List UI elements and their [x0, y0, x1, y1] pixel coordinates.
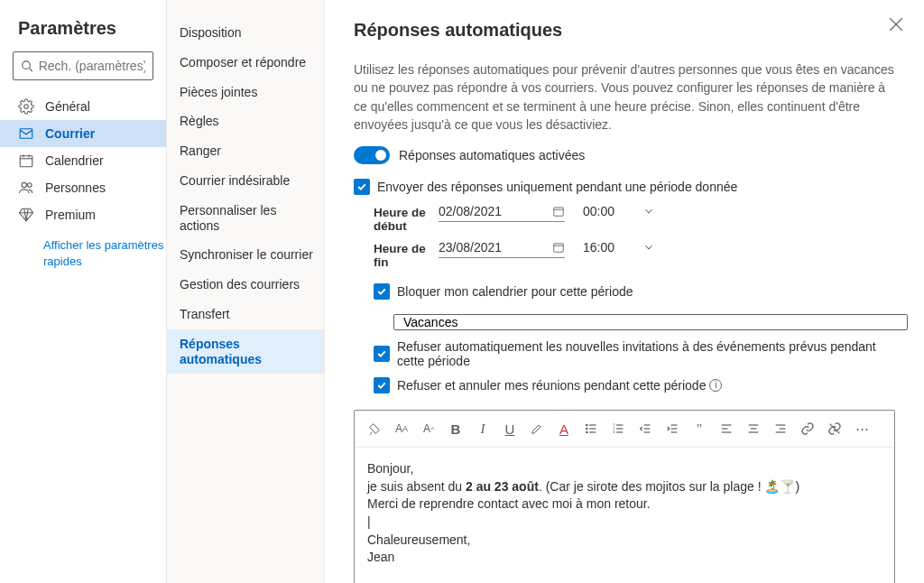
- nav-mail[interactable]: Courrier: [0, 120, 166, 147]
- bullet-list-button[interactable]: [578, 416, 604, 441]
- settings-search-input[interactable]: [39, 59, 145, 73]
- svg-line-43: [830, 424, 840, 434]
- nav-general[interactable]: Général: [0, 93, 166, 120]
- decline-new-invites-checkbox[interactable]: [374, 346, 390, 362]
- insert-link-button[interactable]: [795, 416, 820, 441]
- mail-settings-subnav: Disposition Composer et répondre Pièces …: [167, 0, 325, 583]
- svg-point-17: [587, 429, 587, 430]
- nav-mail-label: Courrier: [45, 126, 95, 141]
- sub-automatic-replies[interactable]: Réponses automatiques: [167, 329, 324, 375]
- svg-point-18: [587, 432, 587, 433]
- chevron-down-icon: [642, 241, 655, 254]
- sub-sync[interactable]: Synchroniser le courrier: [167, 240, 324, 270]
- more-options-button[interactable]: ⋯: [849, 416, 874, 441]
- sub-attachments[interactable]: Pièces jointes: [167, 78, 324, 107]
- svg-text:3: 3: [613, 430, 615, 435]
- svg-line-1: [29, 69, 32, 71]
- reply-editor: AA A^ B I U A 123 " ⋯ Bonjour, je suis a…: [354, 410, 895, 583]
- svg-point-0: [23, 61, 31, 69]
- remove-link-button[interactable]: [822, 416, 847, 441]
- settings-search[interactable]: [13, 51, 153, 80]
- svg-rect-14: [554, 244, 564, 252]
- sub-junk[interactable]: Courrier indésirable: [167, 166, 324, 196]
- nav-calendar[interactable]: Calendrier: [0, 147, 166, 174]
- calendar-icon: [552, 241, 565, 254]
- sub-layout[interactable]: Disposition: [167, 18, 324, 48]
- people-icon: [18, 180, 34, 196]
- start-time-value: 00:00: [583, 204, 614, 218]
- svg-point-8: [22, 182, 26, 187]
- link-icon: [800, 421, 815, 436]
- editor-line: Bonjour,: [367, 460, 882, 478]
- format-painter-button[interactable]: [362, 416, 387, 441]
- increase-indent-button[interactable]: [660, 416, 685, 441]
- format-painter-icon: [367, 421, 382, 436]
- align-center-button[interactable]: [741, 416, 766, 441]
- italic-button[interactable]: I: [470, 416, 495, 441]
- start-date-field[interactable]: 02/08/2021: [439, 204, 565, 222]
- bold-button[interactable]: B: [443, 416, 468, 441]
- send-during-period-checkbox[interactable]: [354, 179, 370, 195]
- close-button[interactable]: [888, 16, 904, 32]
- number-list-button[interactable]: 123: [605, 416, 631, 441]
- sub-forwarding[interactable]: Transfert: [167, 300, 324, 329]
- outdent-icon: [638, 421, 652, 436]
- number-list-icon: 123: [611, 421, 625, 436]
- highlight-button[interactable]: [524, 416, 550, 441]
- editor-toolbar: AA A^ B I U A 123 " ⋯: [355, 411, 894, 448]
- start-time-field[interactable]: 00:00: [583, 204, 655, 218]
- align-left-button[interactable]: [714, 416, 739, 441]
- cancel-meetings-label: Refuser et annuler mes réunions pendant …: [397, 378, 706, 393]
- svg-rect-4: [20, 156, 32, 167]
- auto-replies-toggle[interactable]: [354, 146, 390, 164]
- sub-rules[interactable]: Règles: [167, 106, 324, 136]
- nav-people[interactable]: Personnes: [0, 174, 166, 201]
- check-icon: [376, 286, 387, 297]
- sub-customize-actions[interactable]: Personnaliser les actions: [167, 196, 324, 241]
- decrease-indent-button[interactable]: [633, 416, 658, 441]
- show-quick-settings-link[interactable]: Afficher les paramètres rapides: [0, 228, 166, 269]
- sub-message-handling[interactable]: Gestion des courriers: [167, 270, 324, 300]
- end-time-field[interactable]: 16:00: [583, 240, 655, 254]
- check-icon: [376, 380, 387, 391]
- nav-calendar-label: Calendrier: [45, 153, 104, 168]
- info-icon[interactable]: i: [709, 379, 722, 392]
- check-icon: [376, 348, 387, 359]
- nav-premium[interactable]: Premium: [0, 201, 166, 228]
- highlighter-icon: [530, 421, 544, 436]
- decline-new-invites-label: Refuser automatiquement les nouvelles in…: [397, 339, 895, 368]
- underline-button[interactable]: U: [497, 416, 522, 441]
- chevron-down-icon: [642, 205, 655, 217]
- start-date-value: 02/08/2021: [439, 204, 502, 218]
- indent-icon: [665, 421, 679, 436]
- editor-line: je suis absent du 2 au 23 août. (Car je …: [367, 478, 882, 496]
- end-date-field[interactable]: 23/08/2021: [439, 240, 565, 258]
- svg-point-9: [28, 183, 32, 188]
- editor-line: Merci de reprendre contact avec moi à mo…: [367, 495, 882, 514]
- start-time-label: Heure de début: [374, 204, 439, 233]
- calendar-event-title-input[interactable]: [393, 314, 908, 330]
- font-color-button[interactable]: A: [551, 416, 577, 441]
- align-center-icon: [746, 421, 761, 436]
- font-family-button[interactable]: AA: [389, 416, 414, 441]
- search-icon: [21, 59, 33, 73]
- close-icon: [888, 16, 904, 32]
- unlink-icon: [827, 421, 842, 436]
- editor-content[interactable]: Bonjour, je suis absent du 2 au 23 août.…: [355, 448, 894, 583]
- settings-title: Paramètres: [0, 18, 166, 51]
- block-calendar-checkbox[interactable]: [374, 283, 390, 300]
- end-time-value: 16:00: [583, 240, 614, 254]
- sub-sweep[interactable]: Ranger: [167, 136, 324, 166]
- font-size-button[interactable]: A^: [416, 416, 441, 441]
- gear-icon: [18, 98, 34, 115]
- quote-button[interactable]: ": [687, 416, 712, 441]
- svg-rect-3: [20, 129, 32, 139]
- automatic-replies-pane: Réponses automatiques Utilisez les répon…: [325, 0, 924, 583]
- bullet-list-icon: [584, 421, 598, 436]
- cancel-meetings-checkbox[interactable]: [374, 377, 390, 393]
- svg-point-16: [587, 425, 587, 426]
- align-right-button[interactable]: [768, 416, 793, 441]
- editor-cursor: |: [367, 514, 882, 532]
- sub-compose[interactable]: Composer et répondre: [167, 48, 324, 78]
- block-calendar-label: Bloquer mon calendrier pour cette périod…: [397, 284, 633, 299]
